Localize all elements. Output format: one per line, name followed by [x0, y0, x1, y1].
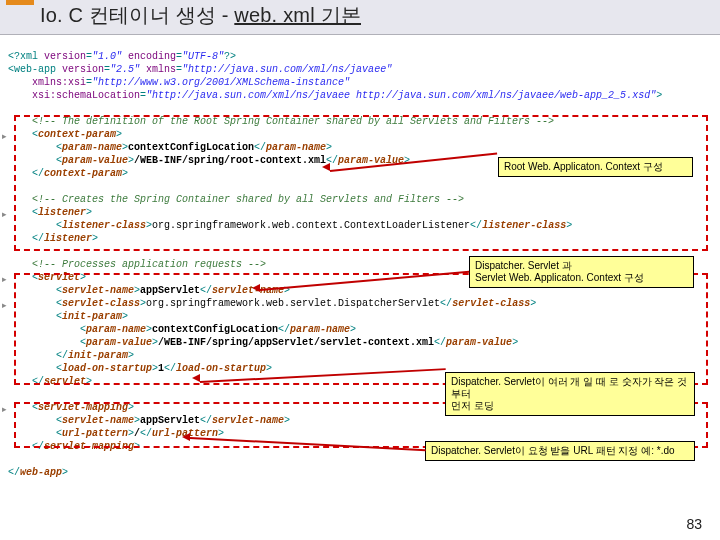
fold-triangle-icon[interactable]: ▸	[2, 274, 7, 284]
title-underlined: web. xml 기본	[234, 4, 361, 26]
page-number: 83	[686, 516, 702, 532]
arrow-head-icon	[322, 163, 330, 171]
highlight-box-1	[14, 115, 708, 251]
fold-triangle-icon[interactable]: ▸	[2, 209, 7, 219]
arrow-head-icon	[252, 284, 260, 292]
callout-url-pattern: Dispatcher. Servlet이 요청 받을 URL 패턴 지정 예: …	[425, 441, 695, 461]
title-bar: Io. C 컨테이너 생성 - web. xml 기본	[0, 0, 720, 35]
callout-dispatcher-context: Dispatcher. Servlet 과 Servlet Web. Appli…	[469, 256, 694, 288]
title-marker	[6, 0, 34, 5]
callout-root-context: Root Web. Applicaton. Context 구성	[498, 157, 693, 177]
arrow-head-icon	[192, 374, 200, 382]
fold-triangle-icon[interactable]: ▸	[2, 131, 7, 141]
page-title: Io. C 컨테이너 생성 - web. xml 기본	[40, 2, 361, 29]
fold-triangle-icon[interactable]: ▸	[2, 404, 7, 414]
highlight-box-2	[14, 273, 708, 385]
fold-triangle-icon[interactable]: ▸	[2, 300, 7, 310]
title-prefix: Io. C 컨테이너 생성 -	[40, 4, 234, 26]
arrow-head-icon	[182, 433, 190, 441]
callout-load-on-startup: Dispatcher. Servlet이 여러 개 일 때 로 숫자가 작은 것…	[445, 372, 695, 416]
